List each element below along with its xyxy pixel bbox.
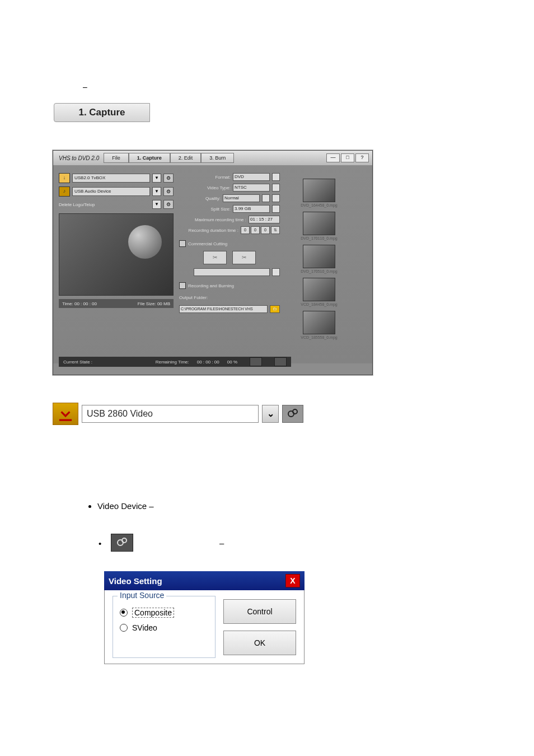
quality-dropdown[interactable]: ▼ <box>262 194 270 202</box>
left-pane: ↓ USB2.0 TvBOX ▼ ⚙ ♪ USB Audio Device ▼ … <box>59 173 174 358</box>
minimize-button[interactable]: — <box>326 153 340 162</box>
app-body: ↓ USB2.0 TvBOX ▼ ⚙ ♪ USB Audio Device ▼ … <box>53 165 372 363</box>
audio-device-field[interactable]: USB Audio Device <box>72 187 150 196</box>
thumb-item[interactable]: DVD_170510_0.mpg <box>302 245 336 273</box>
radio-composite-label: Composite <box>132 608 174 618</box>
list-item-video-device: Video Device – <box>97 501 154 511</box>
duration-spinner[interactable]: ⇅ <box>271 226 280 234</box>
control-button[interactable]: Control <box>223 599 296 624</box>
dialog-titlebar: Video Setting X <box>104 571 305 590</box>
help-button[interactable]: ? <box>355 153 369 162</box>
radio-svideo[interactable]: SVideo <box>120 623 208 632</box>
dialog-buttons: Control OK <box>223 596 296 658</box>
thumb-item[interactable]: VCD_185558_0.mpg <box>302 311 336 339</box>
splitsize-dropdown[interactable]: ▼ <box>272 205 280 213</box>
thumb-label: VCD_184458_0.mpg <box>301 302 337 306</box>
phase-dash: – <box>83 82 87 91</box>
thumb-item[interactable]: DVD_170110_0.mpg <box>302 212 336 240</box>
list-item-label: Video Device – <box>97 501 154 511</box>
cut-end-button[interactable]: ✂ <box>232 251 256 264</box>
capture-phase-label: 1. Capture <box>78 107 125 118</box>
videotype-field[interactable]: NTSC <box>233 184 270 192</box>
video-device-dropdown[interactable]: ▼ <box>152 174 161 183</box>
browse-folder-button[interactable]: 🗀 <box>270 305 280 313</box>
thumbnail-pane: DVD_164458_0.mpg DVD_170110_0.mpg DVD_17… <box>285 173 353 358</box>
window-controls: — □ ? <box>326 153 372 162</box>
output-folder-row: C:\PROGRAM FILES\HONESTECH VHS 🗀 <box>179 305 280 313</box>
delete-logo-settings[interactable]: ⚙ <box>163 200 174 209</box>
filesize-value: 00 MB <box>157 301 170 306</box>
ok-button-label: OK <box>254 638 265 647</box>
video-device-row: ↓ USB2.0 TvBOX ▼ ⚙ <box>59 173 174 183</box>
video-setting-dialog: Video Setting X Input Source Composite S… <box>104 571 305 664</box>
quality-field[interactable]: Normal <box>223 194 260 202</box>
delete-logo-row: Delete Logo/Telop ▼ ⚙ <box>59 200 174 209</box>
ok-button[interactable]: OK <box>223 631 296 655</box>
gear-icon <box>111 534 133 552</box>
duration-s[interactable]: 0 <box>261 226 270 234</box>
radio-dot <box>120 624 128 632</box>
format-label: Format: <box>215 175 231 180</box>
thumb-image <box>303 278 335 301</box>
capture-phase-tab[interactable]: 1. Capture <box>54 103 150 122</box>
commercial-cutting-checkbox[interactable] <box>179 240 186 247</box>
filesize-label: File Size: <box>138 301 156 306</box>
tab-burn[interactable]: 3. Burn <box>201 153 234 163</box>
audio-device-dropdown[interactable]: ▼ <box>152 187 161 196</box>
videotype-dropdown[interactable]: ▼ <box>272 184 280 192</box>
video-device-bar: USB 2860 Video ⌄ <box>53 402 303 426</box>
record-button[interactable] <box>250 357 262 366</box>
audio-device-settings[interactable]: ⚙ <box>163 187 174 196</box>
cut-list-dropdown[interactable]: ▼ <box>272 268 280 276</box>
duration-m[interactable]: 0 <box>251 226 260 234</box>
thumb-label: DVD_170510_0.mpg <box>301 269 337 273</box>
video-device-settings[interactable]: ⚙ <box>163 174 174 183</box>
splitsize-field[interactable]: 3.99 GB <box>233 205 270 213</box>
audio-icon: ♪ <box>59 186 70 197</box>
list-bullet-icon: • <box>99 539 101 548</box>
format-dropdown[interactable]: ▼ <box>272 173 280 181</box>
video-device-dropdown-button[interactable]: ⌄ <box>262 405 279 423</box>
detail-list: Video Device – <box>97 501 154 526</box>
status-bar: Current State : Remaining Time: 00 : 00 … <box>59 357 291 367</box>
percent-value: 00 % <box>227 360 237 365</box>
maxrec-label: Maximum recording time : <box>195 217 246 222</box>
maxrec-value: 01 : 15 : 27 <box>249 216 280 223</box>
video-device-settings-button[interactable] <box>282 405 303 423</box>
list-item-settings-dash: – <box>219 538 224 548</box>
close-button[interactable]: X <box>285 574 300 587</box>
thumb-item[interactable]: VCD_184458_0.mpg <box>302 278 336 306</box>
radio-svideo-label: SVideo <box>132 623 157 632</box>
stop-button[interactable] <box>274 357 287 366</box>
output-folder-label: Output Folder: <box>179 295 280 300</box>
dialog-title: Video Setting <box>109 576 162 586</box>
thumb-item[interactable]: DVD_164458_0.mpg <box>302 179 336 207</box>
phase-dash-text: – <box>83 82 87 91</box>
download-icon <box>53 403 78 425</box>
preview-status-bar: Time: 00 : 00 : 00 File Size: 00 MB <box>59 299 174 308</box>
quality-extra-button[interactable]: ⟳ <box>272 194 280 202</box>
output-folder-field[interactable]: C:\PROGRAM FILES\HONESTECH VHS <box>179 305 268 313</box>
dialog-body: Input Source Composite SVideo Control OK <box>104 590 305 664</box>
recording-burning-checkbox[interactable] <box>179 282 186 289</box>
time-value: 00 : 00 : 00 <box>74 301 97 306</box>
radio-composite[interactable]: Composite <box>120 608 208 618</box>
video-device-input[interactable]: USB 2860 Video <box>82 405 259 423</box>
maximize-button[interactable]: □ <box>341 153 354 162</box>
app-titlebar: VHS to DVD 2.0 File 1. Capture 2. Edit 3… <box>53 151 372 165</box>
thumb-image <box>303 311 335 334</box>
cut-start-button[interactable]: ✂ <box>203 251 227 264</box>
duration-h[interactable]: 0 <box>241 226 250 234</box>
tab-capture[interactable]: 1. Capture <box>129 153 170 163</box>
cut-list-field[interactable] <box>194 268 270 276</box>
video-device-field[interactable]: USB2.0 TvBOX <box>72 174 150 183</box>
radio-dot <box>120 609 128 617</box>
delete-logo-dropdown[interactable]: ▼ <box>152 200 161 209</box>
delete-logo-label: Delete Logo/Telop <box>59 202 150 207</box>
tab-file[interactable]: File <box>104 153 129 163</box>
format-field[interactable]: DVD <box>233 173 270 181</box>
commercial-cutting-label: Commercial Cutting <box>188 241 227 246</box>
tab-edit[interactable]: 2. Edit <box>170 153 202 163</box>
download-icon: ↓ <box>59 173 70 183</box>
recording-burning-label: Recording and Burning <box>188 283 234 288</box>
